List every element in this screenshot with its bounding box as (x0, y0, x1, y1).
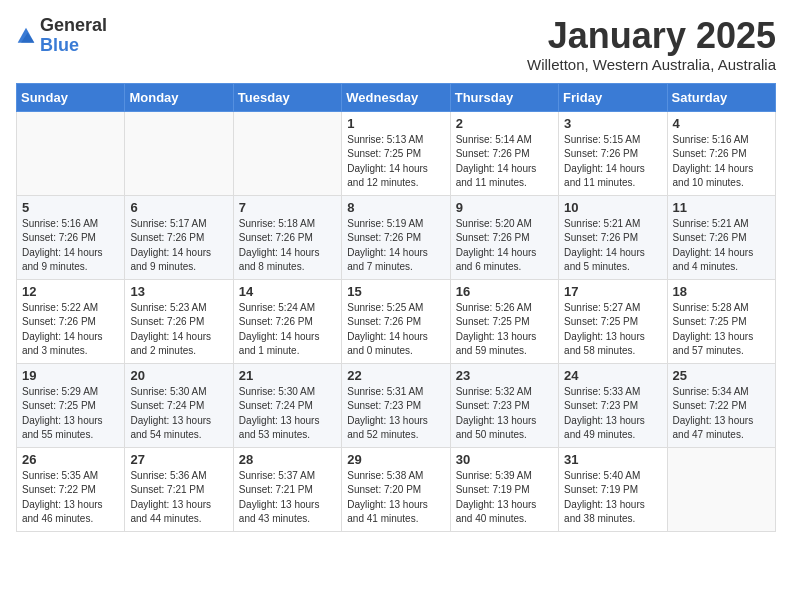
day-info: Sunrise: 5:17 AMSunset: 7:26 PMDaylight:… (130, 217, 227, 275)
day-number: 12 (22, 284, 119, 299)
day-info: Sunrise: 5:29 AMSunset: 7:25 PMDaylight:… (22, 385, 119, 443)
day-info: Sunrise: 5:27 AMSunset: 7:25 PMDaylight:… (564, 301, 661, 359)
day-cell (17, 111, 125, 195)
day-info: Sunrise: 5:25 AMSunset: 7:26 PMDaylight:… (347, 301, 444, 359)
day-number: 17 (564, 284, 661, 299)
week-row-2: 5Sunrise: 5:16 AMSunset: 7:26 PMDaylight… (17, 195, 776, 279)
day-cell: 4Sunrise: 5:16 AMSunset: 7:26 PMDaylight… (667, 111, 775, 195)
day-number: 21 (239, 368, 336, 383)
day-cell: 10Sunrise: 5:21 AMSunset: 7:26 PMDayligh… (559, 195, 667, 279)
day-info: Sunrise: 5:24 AMSunset: 7:26 PMDaylight:… (239, 301, 336, 359)
day-number: 26 (22, 452, 119, 467)
day-number: 16 (456, 284, 553, 299)
day-cell: 12Sunrise: 5:22 AMSunset: 7:26 PMDayligh… (17, 279, 125, 363)
weekday-friday: Friday (559, 83, 667, 111)
day-info: Sunrise: 5:28 AMSunset: 7:25 PMDaylight:… (673, 301, 770, 359)
day-cell: 19Sunrise: 5:29 AMSunset: 7:25 PMDayligh… (17, 363, 125, 447)
day-info: Sunrise: 5:40 AMSunset: 7:19 PMDaylight:… (564, 469, 661, 527)
day-number: 24 (564, 368, 661, 383)
week-row-3: 12Sunrise: 5:22 AMSunset: 7:26 PMDayligh… (17, 279, 776, 363)
day-info: Sunrise: 5:35 AMSunset: 7:22 PMDaylight:… (22, 469, 119, 527)
day-number: 15 (347, 284, 444, 299)
day-cell: 7Sunrise: 5:18 AMSunset: 7:26 PMDaylight… (233, 195, 341, 279)
weekday-sunday: Sunday (17, 83, 125, 111)
day-cell: 14Sunrise: 5:24 AMSunset: 7:26 PMDayligh… (233, 279, 341, 363)
day-number: 30 (456, 452, 553, 467)
day-info: Sunrise: 5:34 AMSunset: 7:22 PMDaylight:… (673, 385, 770, 443)
weekday-tuesday: Tuesday (233, 83, 341, 111)
day-cell: 16Sunrise: 5:26 AMSunset: 7:25 PMDayligh… (450, 279, 558, 363)
day-info: Sunrise: 5:37 AMSunset: 7:21 PMDaylight:… (239, 469, 336, 527)
day-cell: 22Sunrise: 5:31 AMSunset: 7:23 PMDayligh… (342, 363, 450, 447)
logo: General Blue (16, 16, 107, 56)
day-cell: 31Sunrise: 5:40 AMSunset: 7:19 PMDayligh… (559, 447, 667, 531)
logo-text: General Blue (40, 16, 107, 56)
day-number: 28 (239, 452, 336, 467)
day-number: 22 (347, 368, 444, 383)
day-info: Sunrise: 5:20 AMSunset: 7:26 PMDaylight:… (456, 217, 553, 275)
day-info: Sunrise: 5:33 AMSunset: 7:23 PMDaylight:… (564, 385, 661, 443)
day-info: Sunrise: 5:16 AMSunset: 7:26 PMDaylight:… (673, 133, 770, 191)
day-number: 25 (673, 368, 770, 383)
day-info: Sunrise: 5:15 AMSunset: 7:26 PMDaylight:… (564, 133, 661, 191)
day-cell: 18Sunrise: 5:28 AMSunset: 7:25 PMDayligh… (667, 279, 775, 363)
calendar: SundayMondayTuesdayWednesdayThursdayFrid… (16, 83, 776, 532)
weekday-wednesday: Wednesday (342, 83, 450, 111)
day-cell: 24Sunrise: 5:33 AMSunset: 7:23 PMDayligh… (559, 363, 667, 447)
day-info: Sunrise: 5:26 AMSunset: 7:25 PMDaylight:… (456, 301, 553, 359)
day-info: Sunrise: 5:39 AMSunset: 7:19 PMDaylight:… (456, 469, 553, 527)
day-cell: 6Sunrise: 5:17 AMSunset: 7:26 PMDaylight… (125, 195, 233, 279)
day-cell: 29Sunrise: 5:38 AMSunset: 7:20 PMDayligh… (342, 447, 450, 531)
day-number: 13 (130, 284, 227, 299)
week-row-4: 19Sunrise: 5:29 AMSunset: 7:25 PMDayligh… (17, 363, 776, 447)
week-row-5: 26Sunrise: 5:35 AMSunset: 7:22 PMDayligh… (17, 447, 776, 531)
day-cell: 9Sunrise: 5:20 AMSunset: 7:26 PMDaylight… (450, 195, 558, 279)
day-cell: 2Sunrise: 5:14 AMSunset: 7:26 PMDaylight… (450, 111, 558, 195)
day-cell (667, 447, 775, 531)
day-cell: 17Sunrise: 5:27 AMSunset: 7:25 PMDayligh… (559, 279, 667, 363)
weekday-monday: Monday (125, 83, 233, 111)
day-number: 19 (22, 368, 119, 383)
title-block: January 2025 Willetton, Western Australi… (527, 16, 776, 73)
day-number: 8 (347, 200, 444, 215)
day-info: Sunrise: 5:38 AMSunset: 7:20 PMDaylight:… (347, 469, 444, 527)
day-number: 23 (456, 368, 553, 383)
day-info: Sunrise: 5:31 AMSunset: 7:23 PMDaylight:… (347, 385, 444, 443)
day-cell: 13Sunrise: 5:23 AMSunset: 7:26 PMDayligh… (125, 279, 233, 363)
day-info: Sunrise: 5:22 AMSunset: 7:26 PMDaylight:… (22, 301, 119, 359)
day-number: 31 (564, 452, 661, 467)
day-number: 3 (564, 116, 661, 131)
day-info: Sunrise: 5:32 AMSunset: 7:23 PMDaylight:… (456, 385, 553, 443)
day-number: 4 (673, 116, 770, 131)
week-row-1: 1Sunrise: 5:13 AMSunset: 7:25 PMDaylight… (17, 111, 776, 195)
day-info: Sunrise: 5:18 AMSunset: 7:26 PMDaylight:… (239, 217, 336, 275)
day-cell: 5Sunrise: 5:16 AMSunset: 7:26 PMDaylight… (17, 195, 125, 279)
day-cell: 26Sunrise: 5:35 AMSunset: 7:22 PMDayligh… (17, 447, 125, 531)
day-cell: 11Sunrise: 5:21 AMSunset: 7:26 PMDayligh… (667, 195, 775, 279)
day-info: Sunrise: 5:36 AMSunset: 7:21 PMDaylight:… (130, 469, 227, 527)
day-number: 14 (239, 284, 336, 299)
day-cell (125, 111, 233, 195)
month-title: January 2025 (527, 16, 776, 56)
location: Willetton, Western Australia, Australia (527, 56, 776, 73)
day-info: Sunrise: 5:13 AMSunset: 7:25 PMDaylight:… (347, 133, 444, 191)
day-cell: 15Sunrise: 5:25 AMSunset: 7:26 PMDayligh… (342, 279, 450, 363)
day-info: Sunrise: 5:19 AMSunset: 7:26 PMDaylight:… (347, 217, 444, 275)
day-info: Sunrise: 5:30 AMSunset: 7:24 PMDaylight:… (239, 385, 336, 443)
day-number: 7 (239, 200, 336, 215)
page-header: General Blue January 2025 Willetton, Wes… (16, 16, 776, 73)
day-cell: 28Sunrise: 5:37 AMSunset: 7:21 PMDayligh… (233, 447, 341, 531)
day-number: 6 (130, 200, 227, 215)
day-number: 9 (456, 200, 553, 215)
day-info: Sunrise: 5:23 AMSunset: 7:26 PMDaylight:… (130, 301, 227, 359)
day-info: Sunrise: 5:21 AMSunset: 7:26 PMDaylight:… (673, 217, 770, 275)
weekday-saturday: Saturday (667, 83, 775, 111)
day-cell (233, 111, 341, 195)
day-cell: 30Sunrise: 5:39 AMSunset: 7:19 PMDayligh… (450, 447, 558, 531)
day-cell: 3Sunrise: 5:15 AMSunset: 7:26 PMDaylight… (559, 111, 667, 195)
day-number: 20 (130, 368, 227, 383)
day-number: 5 (22, 200, 119, 215)
day-cell: 25Sunrise: 5:34 AMSunset: 7:22 PMDayligh… (667, 363, 775, 447)
day-number: 29 (347, 452, 444, 467)
logo-icon (16, 26, 36, 46)
